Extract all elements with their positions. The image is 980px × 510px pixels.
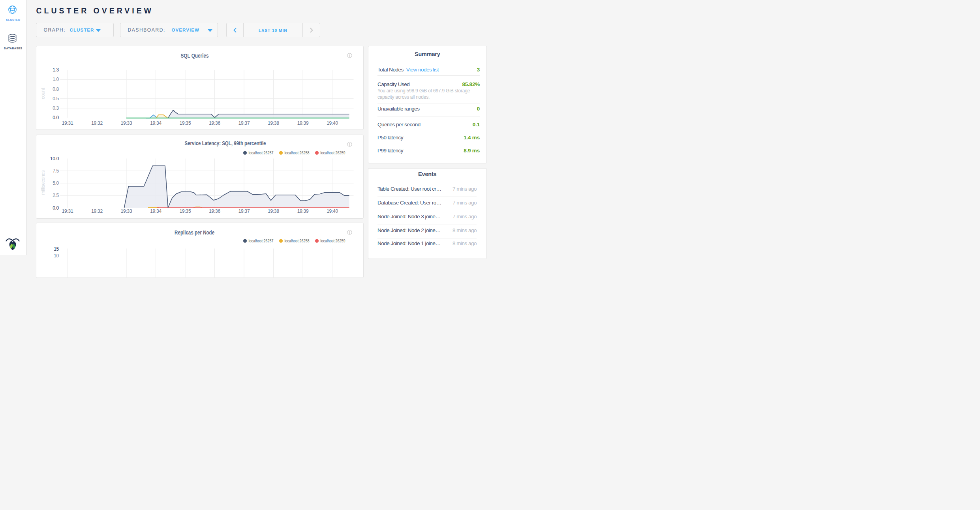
svg-text:19:35: 19:35 [179,120,191,126]
svg-text:19:38: 19:38 [268,120,279,126]
svg-text:Service Latency: SQL, 99th per: Service Latency: SQL, 99th percentile [184,140,266,146]
svg-text:localhost:26259: localhost:26259 [320,238,345,243]
svg-text:2.5: 2.5 [53,193,59,198]
svg-text:19:40: 19:40 [327,208,338,214]
svg-text:Replicas per Node: Replicas per Node [175,229,214,236]
svg-text:!: ! [349,231,350,234]
svg-text:!: ! [349,142,350,146]
svg-text:19:39: 19:39 [297,208,308,214]
svg-text:10: 10 [54,253,59,255]
svg-text:19:32: 19:32 [91,120,103,126]
svg-text:SQL Queries: SQL Queries [180,52,208,59]
svg-text:1.0: 1.0 [53,77,59,82]
svg-text:5.0: 5.0 [53,180,59,186]
svg-text:localhost:26258: localhost:26258 [284,150,309,155]
svg-text:0.5: 0.5 [53,96,59,101]
svg-text:7.5: 7.5 [53,168,59,174]
svg-text:localhost:26257: localhost:26257 [248,238,273,243]
svg-text:19:37: 19:37 [238,120,250,126]
svg-text:19:35: 19:35 [179,208,191,214]
svg-text:localhost:26259: localhost:26259 [320,150,345,155]
svg-text:0.0: 0.0 [53,115,59,120]
svg-text:19:34: 19:34 [150,120,161,126]
svg-text:0.3: 0.3 [53,105,59,111]
svg-text:19:39: 19:39 [297,120,308,126]
svg-text:milliseconds: milliseconds [40,170,45,195]
svg-text:19:36: 19:36 [209,120,220,126]
svg-text:localhost:26257: localhost:26257 [248,150,273,155]
svg-text:19:37: 19:37 [238,208,250,214]
svg-text:19:38: 19:38 [268,208,279,214]
svg-text:1.3: 1.3 [53,67,59,73]
svg-text:localhost:26258: localhost:26258 [284,238,309,243]
svg-text:15: 15 [54,246,59,252]
svg-text:19:31: 19:31 [62,120,73,126]
svg-text:19:36: 19:36 [209,208,220,214]
svg-text:10.0: 10.0 [50,156,59,161]
svg-text:0.8: 0.8 [53,86,59,92]
svg-text:0.0: 0.0 [53,205,59,211]
svg-text:count: count [40,88,45,99]
svg-text:19:32: 19:32 [91,208,103,214]
svg-text:19:40: 19:40 [327,120,338,126]
svg-text:19:33: 19:33 [120,208,132,214]
svg-text:19:34: 19:34 [150,208,161,214]
svg-text:!: ! [349,54,350,58]
svg-text:19:33: 19:33 [120,120,132,126]
svg-text:19:31: 19:31 [62,208,73,214]
